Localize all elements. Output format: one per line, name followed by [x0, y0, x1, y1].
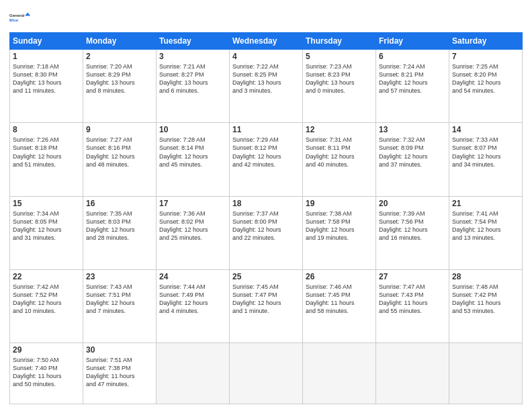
day-info-12: Sunrise: 7:31 AM Sunset: 8:11 PM Dayligh…: [306, 136, 373, 169]
day-number-22: 22: [13, 272, 80, 281]
day-number-8: 8: [13, 125, 80, 134]
day-info-22: Sunrise: 7:42 AM Sunset: 7:52 PM Dayligh…: [13, 283, 80, 316]
day-info-13: Sunrise: 7:32 AM Sunset: 8:09 PM Dayligh…: [379, 136, 446, 169]
empty-cell: [230, 343, 303, 404]
day-cell-7: 7Sunrise: 7:25 AM Sunset: 8:20 PM Daylig…: [449, 50, 523, 123]
header: GeneralBlue: [9, 7, 523, 28]
day-info-25: Sunrise: 7:45 AM Sunset: 7:47 PM Dayligh…: [232, 283, 300, 316]
day-number-1: 1: [13, 52, 80, 61]
day-info-9: Sunrise: 7:27 AM Sunset: 8:16 PM Dayligh…: [86, 136, 153, 169]
day-number-13: 13: [379, 125, 446, 134]
day-info-24: Sunrise: 7:44 AM Sunset: 7:49 PM Dayligh…: [159, 283, 226, 316]
day-info-26: Sunrise: 7:46 AM Sunset: 7:45 PM Dayligh…: [306, 283, 373, 316]
empty-cell: [157, 343, 230, 404]
day-info-28: Sunrise: 7:48 AM Sunset: 7:42 PM Dayligh…: [452, 283, 519, 316]
day-number-28: 28: [452, 272, 519, 281]
day-number-17: 17: [159, 199, 226, 208]
calendar-week-5: 29Sunrise: 7:50 AM Sunset: 7:40 PM Dayli…: [10, 343, 523, 404]
day-info-19: Sunrise: 7:38 AM Sunset: 7:58 PM Dayligh…: [306, 210, 373, 242]
day-info-20: Sunrise: 7:39 AM Sunset: 7:56 PM Dayligh…: [379, 210, 446, 242]
day-cell-22: 22Sunrise: 7:42 AM Sunset: 7:52 PM Dayli…: [10, 269, 83, 342]
day-cell-2: 2Sunrise: 7:20 AM Sunset: 8:29 PM Daylig…: [83, 50, 157, 123]
day-number-4: 4: [232, 52, 300, 61]
col-monday: Monday: [83, 33, 157, 50]
day-number-27: 27: [379, 272, 446, 281]
day-info-17: Sunrise: 7:36 AM Sunset: 8:02 PM Dayligh…: [159, 210, 226, 242]
svg-text:General: General: [9, 13, 25, 17]
day-number-14: 14: [452, 125, 519, 134]
day-cell-23: 23Sunrise: 7:43 AM Sunset: 7:51 PM Dayli…: [83, 269, 157, 342]
day-number-19: 19: [306, 199, 373, 208]
day-info-10: Sunrise: 7:28 AM Sunset: 8:14 PM Dayligh…: [159, 136, 226, 169]
calendar-week-1: 1Sunrise: 7:18 AM Sunset: 8:30 PM Daylig…: [10, 50, 523, 123]
day-number-9: 9: [86, 125, 153, 134]
day-number-18: 18: [232, 199, 300, 208]
day-cell-21: 21Sunrise: 7:41 AM Sunset: 7:54 PM Dayli…: [449, 196, 523, 269]
day-info-30: Sunrise: 7:51 AM Sunset: 7:38 PM Dayligh…: [86, 356, 153, 389]
day-cell-4: 4Sunrise: 7:22 AM Sunset: 8:25 PM Daylig…: [230, 50, 303, 123]
logo-icon: GeneralBlue: [9, 7, 31, 28]
day-info-8: Sunrise: 7:26 AM Sunset: 8:18 PM Dayligh…: [13, 136, 80, 169]
day-info-4: Sunrise: 7:22 AM Sunset: 8:25 PM Dayligh…: [232, 62, 300, 95]
day-number-24: 24: [159, 272, 226, 281]
day-cell-8: 8Sunrise: 7:26 AM Sunset: 8:18 PM Daylig…: [10, 123, 83, 196]
day-number-26: 26: [306, 272, 373, 281]
day-info-11: Sunrise: 7:29 AM Sunset: 8:12 PM Dayligh…: [232, 136, 300, 169]
day-number-29: 29: [13, 345, 80, 355]
day-number-2: 2: [86, 52, 153, 61]
calendar-week-3: 15Sunrise: 7:34 AM Sunset: 8:05 PM Dayli…: [10, 196, 523, 269]
day-cell-17: 17Sunrise: 7:36 AM Sunset: 8:02 PM Dayli…: [157, 196, 230, 269]
day-cell-15: 15Sunrise: 7:34 AM Sunset: 8:05 PM Dayli…: [10, 196, 83, 269]
day-cell-11: 11Sunrise: 7:29 AM Sunset: 8:12 PM Dayli…: [230, 123, 303, 196]
svg-text:Blue: Blue: [9, 18, 19, 22]
logo: GeneralBlue: [9, 7, 31, 28]
col-wednesday: Wednesday: [230, 33, 303, 50]
empty-cell: [376, 343, 449, 404]
empty-cell: [449, 343, 523, 404]
day-cell-16: 16Sunrise: 7:35 AM Sunset: 8:03 PM Dayli…: [83, 196, 157, 269]
day-number-15: 15: [13, 199, 80, 208]
day-cell-19: 19Sunrise: 7:38 AM Sunset: 7:58 PM Dayli…: [303, 196, 376, 269]
day-info-23: Sunrise: 7:43 AM Sunset: 7:51 PM Dayligh…: [86, 283, 153, 316]
day-info-14: Sunrise: 7:33 AM Sunset: 8:07 PM Dayligh…: [452, 136, 519, 169]
day-cell-18: 18Sunrise: 7:37 AM Sunset: 8:00 PM Dayli…: [230, 196, 303, 269]
day-number-12: 12: [306, 125, 373, 134]
day-cell-27: 27Sunrise: 7:47 AM Sunset: 7:43 PM Dayli…: [376, 269, 449, 342]
day-cell-3: 3Sunrise: 7:21 AM Sunset: 8:27 PM Daylig…: [157, 50, 230, 123]
calendar-header-row: Sunday Monday Tuesday Wednesday Thursday…: [10, 33, 523, 50]
day-number-11: 11: [232, 125, 300, 134]
col-thursday: Thursday: [303, 33, 376, 50]
day-number-23: 23: [86, 272, 153, 281]
day-info-2: Sunrise: 7:20 AM Sunset: 8:29 PM Dayligh…: [86, 62, 153, 95]
day-cell-5: 5Sunrise: 7:23 AM Sunset: 8:23 PM Daylig…: [303, 50, 376, 123]
day-info-29: Sunrise: 7:50 AM Sunset: 7:40 PM Dayligh…: [13, 356, 80, 389]
day-number-10: 10: [159, 125, 226, 134]
day-cell-30: 30Sunrise: 7:51 AM Sunset: 7:38 PM Dayli…: [83, 343, 157, 404]
day-cell-12: 12Sunrise: 7:31 AM Sunset: 8:11 PM Dayli…: [303, 123, 376, 196]
day-cell-28: 28Sunrise: 7:48 AM Sunset: 7:42 PM Dayli…: [449, 269, 523, 342]
day-number-21: 21: [452, 199, 519, 208]
day-info-27: Sunrise: 7:47 AM Sunset: 7:43 PM Dayligh…: [379, 283, 446, 316]
page: GeneralBlue Sunday Monday Tuesday Wednes…: [0, 0, 532, 411]
day-number-16: 16: [86, 199, 153, 208]
col-friday: Friday: [376, 33, 449, 50]
col-tuesday: Tuesday: [157, 33, 230, 50]
col-sunday: Sunday: [10, 33, 83, 50]
empty-cell: [303, 343, 376, 404]
svg-marker-2: [25, 13, 30, 16]
calendar-week-4: 22Sunrise: 7:42 AM Sunset: 7:52 PM Dayli…: [10, 269, 523, 342]
day-number-5: 5: [306, 52, 373, 61]
day-number-3: 3: [159, 52, 226, 61]
calendar-week-2: 8Sunrise: 7:26 AM Sunset: 8:18 PM Daylig…: [10, 123, 523, 196]
day-info-1: Sunrise: 7:18 AM Sunset: 8:30 PM Dayligh…: [13, 62, 80, 95]
day-cell-14: 14Sunrise: 7:33 AM Sunset: 8:07 PM Dayli…: [449, 123, 523, 196]
day-info-3: Sunrise: 7:21 AM Sunset: 8:27 PM Dayligh…: [159, 62, 226, 95]
day-info-6: Sunrise: 7:24 AM Sunset: 8:21 PM Dayligh…: [379, 62, 446, 95]
day-cell-20: 20Sunrise: 7:39 AM Sunset: 7:56 PM Dayli…: [376, 196, 449, 269]
day-cell-1: 1Sunrise: 7:18 AM Sunset: 8:30 PM Daylig…: [10, 50, 83, 123]
col-saturday: Saturday: [449, 33, 523, 50]
day-cell-13: 13Sunrise: 7:32 AM Sunset: 8:09 PM Dayli…: [376, 123, 449, 196]
day-cell-25: 25Sunrise: 7:45 AM Sunset: 7:47 PM Dayli…: [230, 269, 303, 342]
day-info-18: Sunrise: 7:37 AM Sunset: 8:00 PM Dayligh…: [232, 210, 300, 242]
day-number-25: 25: [232, 272, 300, 281]
